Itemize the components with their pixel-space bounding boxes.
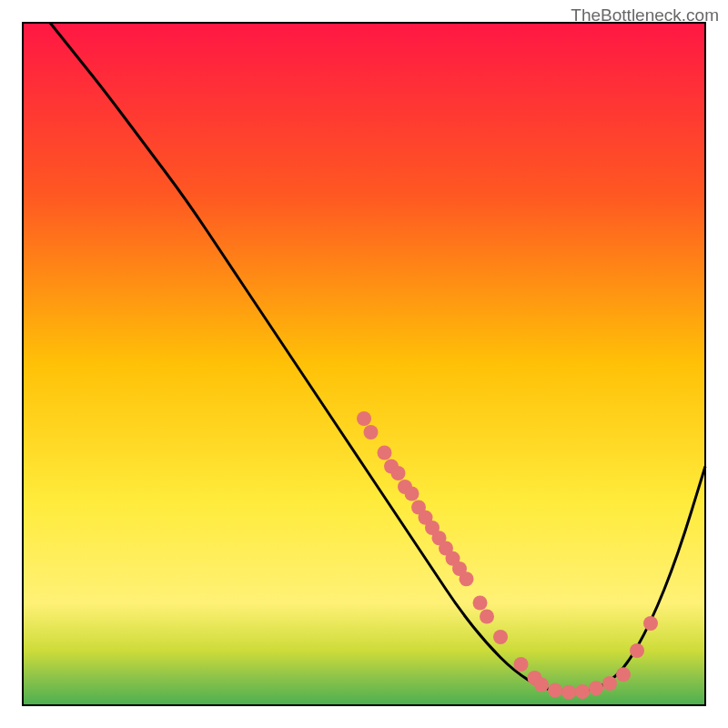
plot-background [23,23,705,705]
data-point [391,466,406,480]
data-point [364,425,379,440]
data-point [493,630,508,644]
data-point [514,657,529,672]
bottleneck-chart [0,0,728,728]
data-point [548,683,562,698]
data-point [473,596,488,611]
data-point [643,616,658,631]
attribution-text: TheBottleneck.com [571,5,719,25]
data-point [405,487,420,501]
data-point [378,446,392,460]
chart-container: TheBottleneck.com [0,0,728,728]
data-point [561,685,576,700]
data-point [480,610,494,624]
data-point [460,571,474,586]
data-point [357,411,371,426]
data-point [630,643,644,658]
data-point [602,676,617,691]
data-point [616,667,631,682]
data-point [534,678,549,693]
data-point [575,684,590,699]
data-point [589,681,603,695]
